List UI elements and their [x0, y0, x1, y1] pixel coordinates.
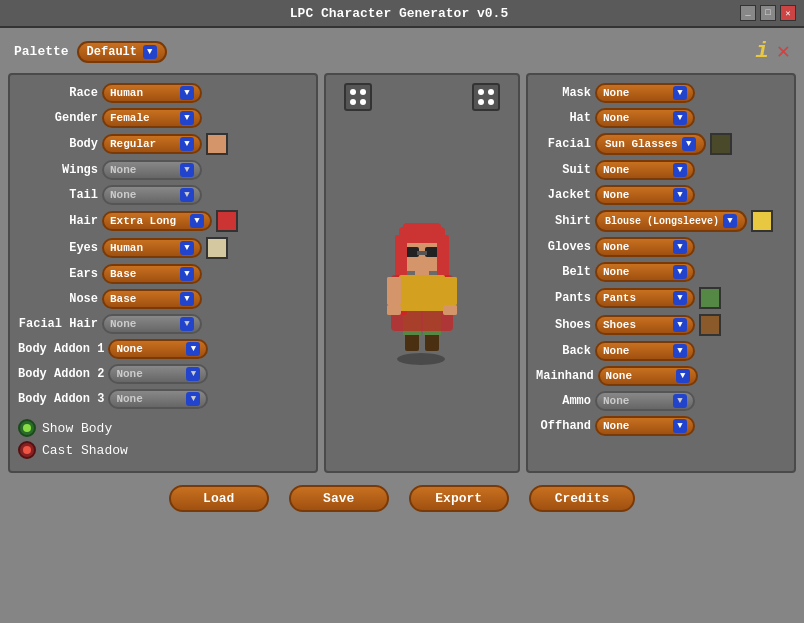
dice-left[interactable]: [344, 83, 372, 111]
right-panel: Mask None ▼ Hat None ▼ Facial Sun Glasse…: [526, 73, 796, 473]
svg-rect-18: [417, 251, 427, 255]
hat-row: Hat None ▼: [536, 108, 786, 128]
eyes-dropdown[interactable]: Human ▼: [102, 238, 202, 258]
facial-label: Facial: [536, 137, 591, 151]
palette-dropdown[interactable]: Default ▼: [77, 41, 167, 63]
body-addon2-dropdown[interactable]: None ▼: [108, 364, 208, 384]
tail-row: Tail None ▼: [18, 185, 308, 205]
race-row: Race Human ▼: [18, 83, 308, 103]
facial-row: Facial Sun Glasses ▼: [536, 133, 786, 155]
jacket-row: Jacket None ▼: [536, 185, 786, 205]
show-body-checkbox[interactable]: [18, 419, 36, 437]
back-dropdown[interactable]: None ▼: [595, 341, 695, 361]
close-button[interactable]: ✕: [780, 5, 796, 21]
cast-shadow-checkbox[interactable]: [18, 441, 36, 459]
facial-color-box[interactable]: [710, 133, 732, 155]
main-content: Palette Default ▼ i ✕ Race Human ▼: [0, 28, 804, 526]
body-label: Body: [18, 137, 98, 151]
gender-dropdown[interactable]: Female ▼: [102, 108, 202, 128]
svg-rect-24: [399, 275, 445, 311]
shoes-row: Shoes Shoes ▼: [536, 314, 786, 336]
nose-row: Nose Base ▼: [18, 289, 308, 309]
jacket-arrow-icon: ▼: [673, 188, 687, 202]
body-addon2-arrow-icon: ▼: [186, 367, 200, 381]
middle-panel: [324, 73, 520, 473]
suit-label: Suit: [536, 163, 591, 177]
gloves-arrow-icon: ▼: [673, 240, 687, 254]
mask-arrow-icon: ▼: [673, 86, 687, 100]
eyes-color-box[interactable]: [206, 237, 228, 259]
back-row: Back None ▼: [536, 341, 786, 361]
hair-arrow-icon: ▼: [190, 214, 204, 228]
body-addon3-label: Body Addon 3: [18, 392, 104, 406]
nose-arrow-icon: ▼: [180, 292, 194, 306]
svg-rect-28: [443, 305, 457, 315]
ammo-dropdown[interactable]: None ▼: [595, 391, 695, 411]
pants-color-box[interactable]: [699, 287, 721, 309]
mainhand-dropdown[interactable]: None ▼: [598, 366, 698, 386]
bottom-bar: Load Save Export Credits: [8, 479, 796, 518]
mainhand-row: Mainhand None ▼: [536, 366, 786, 386]
body-addon3-dropdown[interactable]: None ▼: [108, 389, 208, 409]
offhand-arrow-icon: ▼: [673, 419, 687, 433]
credits-button[interactable]: Credits: [529, 485, 636, 512]
window-controls[interactable]: _ □ ✕: [740, 5, 796, 21]
cast-shadow-row: Cast Shadow: [18, 441, 308, 459]
hat-dropdown[interactable]: None ▼: [595, 108, 695, 128]
facial-hair-label: Facial Hair: [18, 317, 98, 331]
shoes-dropdown[interactable]: Shoes ▼: [595, 315, 695, 335]
shirt-row: Shirt Blouse (Longsleeve) ▼: [536, 210, 786, 232]
suit-dropdown[interactable]: None ▼: [595, 160, 695, 180]
gloves-dropdown[interactable]: None ▼: [595, 237, 695, 257]
body-addon2-label: Body Addon 2: [18, 367, 104, 381]
offhand-dropdown[interactable]: None ▼: [595, 416, 695, 436]
eyes-label: Eyes: [18, 241, 98, 255]
jacket-dropdown[interactable]: None ▼: [595, 185, 695, 205]
pants-label: Pants: [536, 291, 591, 305]
info-icon[interactable]: i: [756, 39, 769, 64]
facial-dropdown[interactable]: Sun Glasses ▼: [595, 133, 706, 155]
body-dropdown[interactable]: Regular ▼: [102, 134, 202, 154]
hair-color-box[interactable]: [216, 210, 238, 232]
wings-row: Wings None ▼: [18, 160, 308, 180]
shirt-color-box[interactable]: [751, 210, 773, 232]
dice-right[interactable]: [472, 83, 500, 111]
pants-row: Pants Pants ▼: [536, 287, 786, 309]
mask-dropdown[interactable]: None ▼: [595, 83, 695, 103]
body-color-box[interactable]: [206, 133, 228, 155]
show-body-row: Show Body: [18, 419, 308, 437]
race-dropdown[interactable]: Human ▼: [102, 83, 202, 103]
facial-hair-arrow-icon: ▼: [180, 317, 194, 331]
left-panel: Race Human ▼ Gender Female ▼ Body Regula…: [8, 73, 318, 473]
load-button[interactable]: Load: [169, 485, 269, 512]
close-icon[interactable]: ✕: [777, 38, 790, 65]
maximize-button[interactable]: □: [760, 5, 776, 21]
body-addon1-dropdown[interactable]: None ▼: [108, 339, 208, 359]
tail-arrow-icon: ▼: [180, 188, 194, 202]
minimize-button[interactable]: _: [740, 5, 756, 21]
shirt-dropdown[interactable]: Blouse (Longsleeve) ▼: [595, 210, 747, 232]
shoes-label: Shoes: [536, 318, 591, 332]
body-addon1-arrow-icon: ▼: [186, 342, 200, 356]
facial-hair-dropdown[interactable]: None ▼: [102, 314, 202, 334]
save-button[interactable]: Save: [289, 485, 389, 512]
export-button[interactable]: Export: [409, 485, 509, 512]
belt-dropdown[interactable]: None ▼: [595, 262, 695, 282]
tail-label: Tail: [18, 188, 98, 202]
hair-row: Hair Extra Long ▼: [18, 210, 308, 232]
wings-dropdown[interactable]: None ▼: [102, 160, 202, 180]
suit-arrow-icon: ▼: [673, 163, 687, 177]
show-body-label: Show Body: [42, 421, 112, 436]
race-label: Race: [18, 86, 98, 100]
shoes-color-box[interactable]: [699, 314, 721, 336]
suit-row: Suit None ▼: [536, 160, 786, 180]
ears-dropdown[interactable]: Base ▼: [102, 264, 202, 284]
hair-dropdown[interactable]: Extra Long ▼: [102, 211, 212, 231]
gender-row: Gender Female ▼: [18, 108, 308, 128]
pants-dropdown[interactable]: Pants ▼: [595, 288, 695, 308]
nose-dropdown[interactable]: Base ▼: [102, 289, 202, 309]
tail-dropdown[interactable]: None ▼: [102, 185, 202, 205]
facial-hair-row: Facial Hair None ▼: [18, 314, 308, 334]
body-addon1-label: Body Addon 1: [18, 342, 104, 356]
body-addon3-row: Body Addon 3 None ▼: [18, 389, 308, 409]
